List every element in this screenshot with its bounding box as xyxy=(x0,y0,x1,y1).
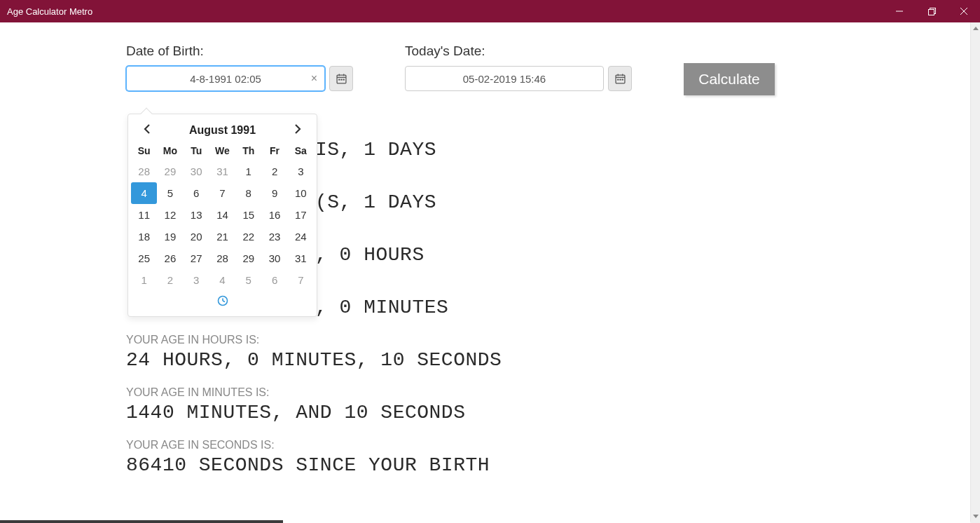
calendar-day[interactable]: 13 xyxy=(184,204,209,226)
calendar-day[interactable]: 31 xyxy=(209,161,235,182)
result-value-seconds: 86410 SECONDS SINCE YOUR BIRTH xyxy=(126,454,844,476)
dob-label: Date of Birth: xyxy=(126,43,353,59)
calendar-day[interactable]: 7 xyxy=(209,182,235,204)
month-year-title[interactable]: August 1991 xyxy=(189,124,256,137)
today-label: Today's Date: xyxy=(405,43,632,59)
day-of-week-header: Mo xyxy=(157,141,183,161)
calendar-day[interactable]: 4 xyxy=(131,182,157,204)
time-picker-button[interactable] xyxy=(217,295,228,308)
calendar-day[interactable]: 14 xyxy=(209,204,235,226)
svg-rect-10 xyxy=(340,79,342,80)
calendar-icon xyxy=(615,74,626,84)
calendar-day[interactable]: 3 xyxy=(184,269,209,291)
calendar-day[interactable]: 2 xyxy=(261,161,287,182)
day-of-week-header: We xyxy=(209,141,235,161)
window-controls xyxy=(883,0,980,22)
next-month-button[interactable] xyxy=(290,124,307,137)
calendar-day[interactable]: 7 xyxy=(288,269,314,291)
calendar-day[interactable]: 12 xyxy=(157,204,183,226)
calendar-day[interactable]: 21 xyxy=(209,226,235,247)
clock-icon xyxy=(217,295,228,306)
calendar-day[interactable]: 16 xyxy=(261,204,287,226)
calendar-day[interactable]: 30 xyxy=(261,247,287,269)
svg-rect-9 xyxy=(338,79,340,80)
svg-rect-16 xyxy=(617,79,619,80)
calendar-day[interactable]: 3 xyxy=(288,161,314,182)
calendar-day[interactable]: 26 xyxy=(157,247,183,269)
calendar-day[interactable]: 27 xyxy=(184,247,209,269)
today-input[interactable] xyxy=(406,73,603,85)
calendar-day[interactable]: 29 xyxy=(157,161,183,182)
result-value-hours: 24 HOURS, 0 MINUTES, 10 SECONDS xyxy=(126,349,844,371)
scroll-up-button[interactable] xyxy=(971,22,980,34)
day-of-week-header: Fr xyxy=(261,141,287,161)
svg-rect-11 xyxy=(343,79,344,80)
today-calendar-button[interactable] xyxy=(608,66,632,91)
result-value-minutes: 1440 MINUTES, AND 10 SECONDS xyxy=(126,402,844,423)
calendar-day[interactable]: 25 xyxy=(131,247,157,269)
bottom-bar xyxy=(0,520,283,523)
scroll-down-button[interactable] xyxy=(971,510,980,522)
day-of-week-header: Su xyxy=(131,141,157,161)
chevron-right-icon xyxy=(295,124,301,134)
calendar-day[interactable]: 9 xyxy=(261,182,287,204)
calendar-day[interactable]: 10 xyxy=(288,182,314,204)
calendar-day[interactable]: 5 xyxy=(235,269,261,291)
prev-month-button[interactable] xyxy=(138,124,155,137)
calendar-day[interactable]: 15 xyxy=(235,204,261,226)
svg-rect-17 xyxy=(619,79,621,80)
svg-rect-2 xyxy=(928,9,934,15)
calendar-day[interactable]: 11 xyxy=(131,204,157,226)
day-of-week-header: Sa xyxy=(288,141,314,161)
calendar-day[interactable]: 28 xyxy=(209,247,235,269)
calendar-day[interactable]: 6 xyxy=(184,182,209,204)
calendar-day[interactable]: 5 xyxy=(157,182,183,204)
calendar-day[interactable]: 4 xyxy=(209,269,235,291)
day-of-week-header: Th xyxy=(235,141,261,161)
day-of-week-header: Tu xyxy=(184,141,209,161)
date-picker-popup: August 1991 SuMoTuWeThFrSa 2829303112345… xyxy=(127,114,317,317)
dob-input-box[interactable]: × xyxy=(126,66,325,91)
svg-rect-18 xyxy=(621,79,623,80)
calendar-day[interactable]: 30 xyxy=(184,161,209,182)
maximize-button[interactable] xyxy=(916,0,948,22)
calendar-day[interactable]: 24 xyxy=(288,226,314,247)
window-body: Date of Birth: × Today's Date: xyxy=(0,22,980,523)
svg-line-21 xyxy=(223,301,225,302)
result-label-hours: YOUR AGE IN HOURS IS: xyxy=(126,334,844,346)
result-label-seconds: YOUR AGE IN SECONDS IS: xyxy=(126,439,844,451)
calculate-button[interactable]: Calculate xyxy=(684,63,775,95)
calendar-day[interactable]: 6 xyxy=(261,269,287,291)
minimize-button[interactable] xyxy=(883,0,916,22)
calendar-day[interactable]: 2 xyxy=(157,269,183,291)
scrollbar[interactable] xyxy=(970,22,980,522)
calendar-day[interactable]: 19 xyxy=(157,226,183,247)
calendar-day[interactable]: 8 xyxy=(235,182,261,204)
calendar-day[interactable]: 17 xyxy=(288,204,314,226)
calendar-day[interactable]: 1 xyxy=(131,269,157,291)
titlebar: Age Calculator Metro xyxy=(0,0,980,22)
result-label-minutes: YOUR AGE IN MINUTES IS: xyxy=(126,386,844,399)
calendar-icon xyxy=(336,74,347,84)
clear-icon[interactable]: × xyxy=(311,73,317,84)
calendar-day[interactable]: 22 xyxy=(235,226,261,247)
calendar-day[interactable]: 29 xyxy=(235,247,261,269)
chevron-left-icon xyxy=(144,124,150,134)
dob-calendar-button[interactable] xyxy=(329,66,353,91)
calendar-day[interactable]: 31 xyxy=(288,247,314,269)
calendar-day[interactable]: 20 xyxy=(184,226,209,247)
app-title: Age Calculator Metro xyxy=(7,6,883,17)
calendar-day[interactable]: 18 xyxy=(131,226,157,247)
calendar-day[interactable]: 1 xyxy=(235,161,261,182)
calendar-day[interactable]: 23 xyxy=(261,226,287,247)
close-button[interactable] xyxy=(948,0,980,22)
dob-input[interactable] xyxy=(127,73,324,85)
calendar-day[interactable]: 28 xyxy=(131,161,157,182)
today-input-box[interactable] xyxy=(405,66,604,91)
